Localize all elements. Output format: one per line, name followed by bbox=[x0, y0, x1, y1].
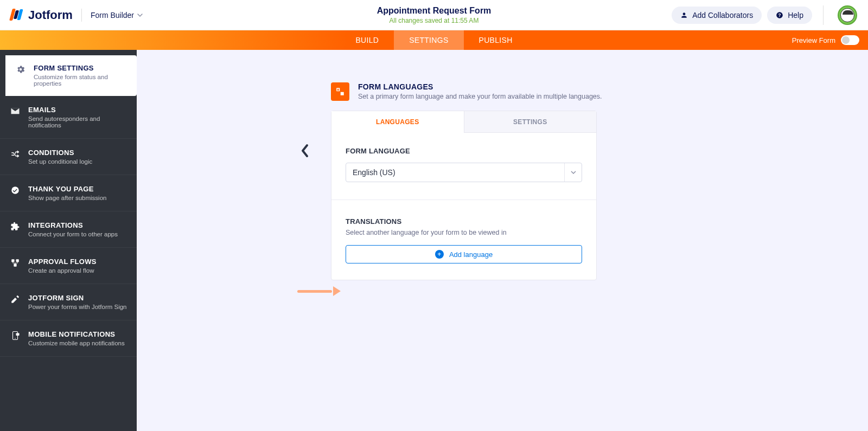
mail-icon bbox=[10, 106, 21, 117]
sidebar-item-label: MOBILE NOTIFICATIONS bbox=[28, 330, 125, 338]
back-button[interactable] bbox=[299, 143, 310, 158]
sidebar-item-approval-flows[interactable]: APPROVAL FLOWSCreate an approval flow bbox=[0, 248, 137, 284]
user-icon bbox=[680, 11, 688, 19]
add-language-label: Add language bbox=[449, 250, 493, 259]
sidebar-item-label: JOTFORM SIGN bbox=[28, 294, 127, 302]
sidebar-item-label: EMAILS bbox=[28, 106, 127, 114]
help-icon: ? bbox=[776, 11, 783, 19]
sidebar-item-form-settings[interactable]: FORM SETTINGS Customize form status and … bbox=[5, 55, 137, 96]
nav-tab-build[interactable]: BUILD bbox=[340, 30, 394, 50]
pen-icon bbox=[10, 294, 21, 305]
panel-subtitle: Set a primary form language and make you… bbox=[358, 93, 602, 100]
content-area: FORM LANGUAGES Set a primary form langua… bbox=[137, 50, 868, 431]
sidebar-item-label: FORM SETTINGS bbox=[34, 64, 127, 72]
sidebar-item-jotform-sign[interactable]: JOTFORM SIGNPower your forms with Jotfor… bbox=[0, 284, 137, 320]
sidebar-item-integrations[interactable]: INTEGRATIONSConnect your form to other a… bbox=[0, 211, 137, 248]
chevron-down-icon bbox=[137, 12, 143, 18]
sidebar-item-thank-you[interactable]: THANK YOU PAGEShow page after submission bbox=[0, 175, 137, 211]
sidebar-item-sub: Show page after submission bbox=[28, 195, 106, 201]
brand-name: Jotform bbox=[28, 8, 73, 22]
plus-circle-icon: + bbox=[435, 250, 444, 259]
panel-title: FORM LANGUAGES bbox=[358, 82, 602, 91]
save-status: All changes saved at 11:55 AM bbox=[377, 17, 492, 24]
chevron-down-icon bbox=[564, 163, 582, 182]
form-language-value: English (US) bbox=[353, 168, 395, 177]
check-circle-icon bbox=[10, 185, 21, 196]
sidebar-item-label: INTEGRATIONS bbox=[28, 221, 118, 229]
sidebar-item-label: APPROVAL FLOWS bbox=[28, 258, 97, 266]
sidebar-item-mobile-notifications[interactable]: MOBILE NOTIFICATIONSCustomize mobile app… bbox=[0, 320, 137, 357]
preview-form-toggle[interactable]: Preview Form bbox=[792, 35, 859, 45]
shuffle-icon bbox=[10, 149, 21, 159]
nav-tab-settings[interactable]: SETTINGS bbox=[394, 30, 463, 50]
divider bbox=[331, 200, 596, 200]
add-language-button[interactable]: + Add language bbox=[346, 245, 582, 263]
app-name-label: Form Builder bbox=[91, 11, 134, 20]
sidebar-item-label: THANK YOU PAGE bbox=[28, 185, 106, 193]
help-button[interactable]: ? Help bbox=[767, 7, 812, 24]
svg-point-7 bbox=[15, 338, 16, 339]
gear-icon bbox=[15, 64, 26, 75]
sidebar-item-sub: Customize mobile app notifications bbox=[28, 340, 125, 346]
sidebar-item-sub: Create an approval flow bbox=[28, 267, 97, 274]
sidebar-item-sub: Connect your form to other apps bbox=[28, 231, 118, 237]
sidebar-item-sub: Customize form status and properties bbox=[34, 74, 127, 87]
svg-rect-3 bbox=[11, 259, 14, 262]
avatar-icon bbox=[840, 8, 854, 22]
svg-rect-8 bbox=[16, 333, 20, 336]
sidebar-item-sub: Set up conditional logic bbox=[28, 158, 92, 165]
sidebar-item-conditions[interactable]: CONDITIONSSet up conditional logic bbox=[0, 139, 137, 175]
card-tab-settings[interactable]: SETTINGS bbox=[464, 111, 597, 133]
app-switcher[interactable]: Form Builder bbox=[91, 11, 143, 20]
add-collaborators-button[interactable]: Add Collaborators bbox=[672, 7, 762, 24]
svg-rect-5 bbox=[14, 264, 16, 267]
divider bbox=[81, 9, 82, 22]
card-tab-languages[interactable]: LANGUAGES bbox=[331, 111, 464, 133]
top-header: Jotform Form Builder Appointment Request… bbox=[0, 0, 868, 30]
languages-card: LANGUAGES SETTINGS FORM LANGUAGE English… bbox=[331, 111, 597, 280]
annotation-arrow-icon bbox=[297, 286, 341, 296]
brand-logo[interactable]: Jotform bbox=[11, 8, 73, 22]
puzzle-icon bbox=[10, 221, 21, 232]
toggle-switch-icon bbox=[841, 35, 859, 45]
sidebar-item-label: CONDITIONS bbox=[28, 149, 92, 157]
main-nav: BUILD SETTINGS PUBLISH Preview Form bbox=[0, 30, 868, 50]
svg-rect-4 bbox=[16, 259, 19, 262]
flow-icon bbox=[10, 258, 21, 268]
nav-tab-publish[interactable]: PUBLISH bbox=[464, 30, 528, 50]
svg-text:?: ? bbox=[778, 12, 781, 17]
logo-mark-icon bbox=[11, 9, 24, 22]
form-language-label: FORM LANGUAGE bbox=[346, 147, 582, 155]
sidebar-item-emails[interactable]: EMAILSSend autoresponders and notificati… bbox=[0, 96, 137, 139]
form-title[interactable]: Appointment Request Form bbox=[377, 6, 492, 16]
add-collab-label: Add Collaborators bbox=[692, 11, 753, 20]
translations-sub: Select another language for your form to… bbox=[346, 229, 582, 236]
translate-icon bbox=[331, 82, 349, 101]
svg-point-2 bbox=[11, 186, 19, 194]
user-avatar[interactable] bbox=[838, 5, 857, 25]
mobile-icon bbox=[10, 330, 21, 341]
sidebar-item-sub: Send autoresponders and notifications bbox=[28, 115, 127, 128]
preview-label: Preview Form bbox=[792, 36, 835, 44]
chevron-left-icon bbox=[299, 143, 310, 158]
translations-label: TRANSLATIONS bbox=[346, 217, 582, 226]
help-label: Help bbox=[788, 11, 803, 20]
panel-header: FORM LANGUAGES Set a primary form langua… bbox=[331, 82, 868, 101]
settings-sidebar: FORM SETTINGS Customize form status and … bbox=[0, 50, 137, 431]
divider bbox=[823, 5, 824, 25]
form-language-select[interactable]: English (US) bbox=[346, 163, 582, 182]
form-title-block: Appointment Request Form All changes sav… bbox=[377, 6, 492, 24]
sidebar-item-sub: Power your forms with Jotform Sign bbox=[28, 304, 127, 310]
